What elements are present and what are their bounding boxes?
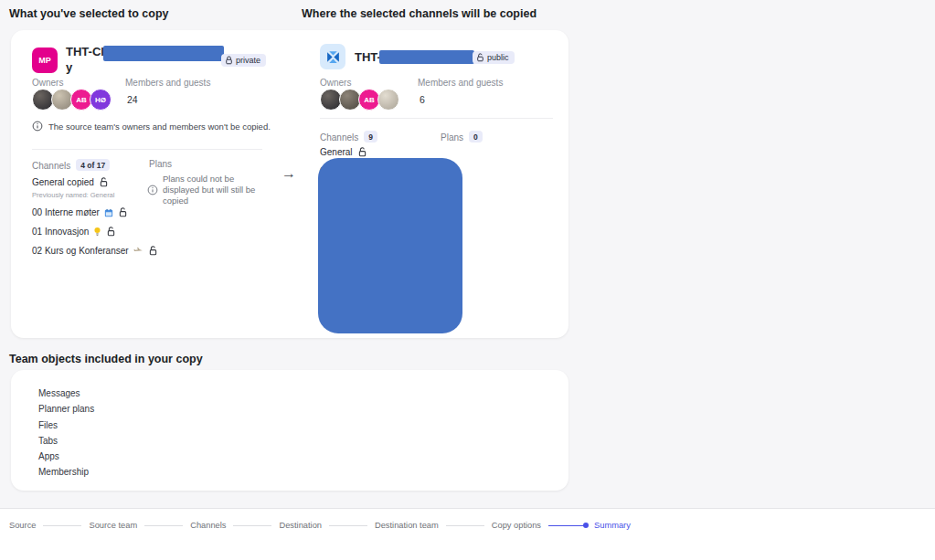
channel-row: General copied — [32, 176, 158, 188]
channel-previous-name: Previously named: General — [32, 191, 158, 199]
lightbulb-icon — [93, 227, 101, 237]
stepper-connector — [446, 525, 484, 526]
team-objects-list: MessagesPlanner plansFilesTabsAppsMember… — [38, 388, 94, 483]
copy-summary-page: What you've selected to copy Where the s… — [0, 0, 935, 560]
channel-row: 00 Interne møter — [32, 206, 158, 218]
source-members-notice: The source team's owners and members won… — [32, 121, 271, 132]
destination-section-header: Where the selected channels will be copi… — [302, 7, 537, 20]
source-privacy-badge: private — [221, 54, 266, 67]
plans-notice: Plans could not be displayed but will st… — [147, 174, 262, 206]
stepper-step-summary[interactable]: Summary — [594, 521, 631, 530]
plane-icon — [133, 247, 143, 255]
source-owner-avatars: ABHØ — [32, 89, 109, 111]
info-icon — [147, 185, 158, 195]
calendar-icon — [104, 208, 113, 217]
team-objects-header: Team objects included in your copy — [9, 353, 203, 365]
destination-owners-label: Owners — [320, 78, 351, 88]
team-objects-card: MessagesPlanner plansFilesTabsAppsMember… — [11, 370, 568, 491]
team-object-item: Membership — [38, 467, 94, 478]
destination-members-count: 6 — [420, 94, 425, 105]
destination-privacy-label: public — [487, 53, 509, 62]
team-object-item: Messages — [38, 388, 94, 399]
info-icon — [32, 121, 43, 132]
destination-channels-redaction — [318, 158, 462, 333]
stepper-connector — [43, 525, 81, 526]
lock-open-icon — [476, 53, 484, 62]
stepper-connector — [144, 525, 183, 526]
wizard-stepper: SourceSource teamChannelsDestinationDest… — [9, 521, 631, 530]
teams-summary-card: MP THT-Cloud y private Owners Members an… — [11, 30, 568, 338]
channel-name: General copied — [32, 177, 94, 187]
destination-plans-label: Plans — [441, 132, 463, 143]
stepper-step-copy-options[interactable]: Copy options — [492, 521, 541, 530]
channel-name: 00 Interne møter — [32, 207, 100, 217]
channel-row: 01 Innovasjon — [32, 226, 158, 238]
team-object-item: Tabs — [38, 436, 94, 447]
stepper-step-source-team[interactable]: Source team — [89, 521, 137, 530]
source-team-name-wrap: y — [66, 60, 72, 74]
destination-team-icon — [320, 44, 345, 69]
stepper-connector — [329, 525, 367, 526]
lock-closed-icon — [225, 56, 233, 65]
stepper-step-source[interactable]: Source — [9, 521, 36, 530]
destination-channels-header: Channels9 — [320, 131, 377, 143]
source-channel-list: General copiedPreviously named: General0… — [32, 176, 158, 264]
destination-owner-avatars: AB — [320, 89, 397, 111]
destination-channels-label: Channels — [320, 132, 358, 143]
destination-plans-header: Plans0 — [441, 131, 483, 143]
source-name-redaction — [103, 46, 224, 61]
pinwheel-logo-icon — [325, 49, 341, 65]
team-object-item: Planner plans — [38, 404, 94, 415]
source-privacy-label: private — [236, 56, 260, 65]
destination-members-label: Members and guests — [418, 78, 503, 88]
stepper-step-destination[interactable]: Destination — [279, 521, 322, 530]
destination-name-redaction — [379, 50, 474, 64]
lock-open-icon — [118, 207, 128, 217]
source-members-notice-text: The source team's owners and members won… — [48, 122, 271, 132]
source-owners-label: Owners — [32, 78, 63, 88]
source-divider — [32, 149, 262, 150]
source-section-header: What you've selected to copy — [9, 7, 169, 20]
destination-plans-count-badge: 0 — [469, 131, 483, 143]
arrow-right-icon: → — [282, 165, 296, 182]
channel-name: 02 Kurs og Konferanser — [32, 246, 129, 256]
stepper-connector — [233, 525, 271, 526]
lock-open-icon — [148, 246, 158, 256]
stepper-step-destination-team[interactable]: Destination team — [375, 521, 439, 530]
channel-row: General — [320, 146, 367, 158]
channel-row: 02 Kurs og Konferanser — [32, 245, 158, 257]
owner-initials-avatar: HØ — [90, 89, 112, 111]
destination-privacy-badge: public — [473, 51, 515, 64]
stepper-step-channels[interactable]: Channels — [190, 521, 226, 530]
active-step-dot — [583, 523, 589, 528]
owner-photo-avatar — [377, 89, 399, 111]
source-channels-count-badge: 4 of 17 — [76, 159, 110, 171]
stepper-connector-active — [548, 525, 587, 526]
destination-divider — [320, 118, 553, 119]
team-object-item: Files — [38, 420, 94, 431]
footer: SourceSource teamChannelsDestinationDest… — [0, 509, 935, 560]
lock-open-icon — [106, 227, 116, 237]
lock-open-icon — [357, 147, 367, 157]
channel-name: General — [320, 147, 353, 157]
source-channels-label: Channels — [32, 161, 70, 171]
plans-notice-text: Plans could not be displayed but will st… — [163, 174, 262, 206]
channel-name: 01 Innovasjon — [32, 227, 89, 237]
source-channels-header: Channels4 of 17 — [32, 159, 110, 171]
source-members-label: Members and guests — [125, 78, 210, 88]
team-object-item: Apps — [38, 451, 94, 462]
source-plans-header: Plans — [149, 159, 172, 169]
destination-channels-count-badge: 9 — [364, 131, 377, 143]
lock-open-icon — [99, 177, 109, 187]
source-team-avatar: MP — [32, 48, 58, 73]
source-members-count: 24 — [127, 94, 138, 105]
